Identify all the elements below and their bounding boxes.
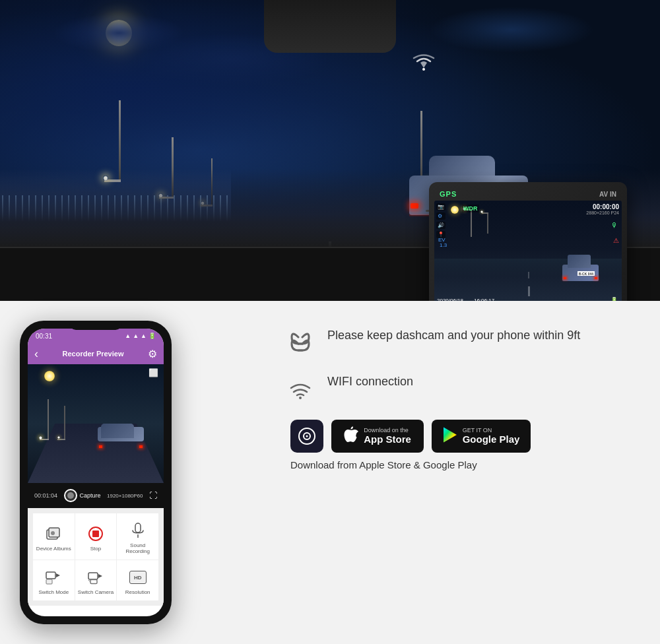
phone-streetlight-1 xyxy=(48,399,49,440)
dashcam-device: GPS AV IN xyxy=(429,182,640,301)
main-container: B-CK 044 xyxy=(0,0,660,644)
phone-capture-bar[interactable]: 00:01:04 Capture 1920×1080P60 ⛶ xyxy=(28,483,164,508)
app-store-text: Download on the App Store xyxy=(364,428,411,445)
info-section: Please keep dashcam and your phone withi… xyxy=(277,301,660,644)
dashcam-resolution: 2880×2160 P24 xyxy=(586,210,619,215)
svg-rect-6 xyxy=(46,572,55,579)
capture-time: 00:01:04 xyxy=(34,492,57,499)
sound-icon xyxy=(129,521,147,540)
gps-label: GPS xyxy=(440,190,457,198)
resolution-icon: HD xyxy=(129,568,147,587)
capture-label: Capture xyxy=(80,492,101,499)
distance-info-item: Please keep dashcam and your phone withi… xyxy=(284,327,640,360)
app-icon xyxy=(290,420,323,453)
google-play-main-text: Google Play xyxy=(463,434,520,445)
phone-time: 00:31 xyxy=(36,333,52,340)
svg-rect-11 xyxy=(90,580,97,584)
expand-icon[interactable]: ⛶ xyxy=(149,491,157,500)
menu-item-switch-mode[interactable]: Switch Mode xyxy=(33,560,75,600)
phone-preview: ⬜ xyxy=(28,364,164,483)
phone-notch xyxy=(69,321,122,330)
albums-label: Device Albums xyxy=(36,546,71,552)
app-store-top-text: Download on the xyxy=(364,428,411,434)
phone-nav-bar: ‹ Recorder Preview ⚙ xyxy=(28,343,164,364)
capture-btn-area[interactable]: Capture xyxy=(64,489,101,502)
dashcam-body: GPS AV IN xyxy=(429,182,627,301)
google-play-btn[interactable]: GET IT ON Google Play xyxy=(432,420,531,453)
phone-preview-icon: ⬜ xyxy=(148,368,158,377)
phone-streetlight-2 xyxy=(64,406,65,440)
stop-label: Stop xyxy=(90,546,101,552)
switch-camera-icon xyxy=(86,568,105,587)
apple-icon xyxy=(344,426,358,447)
sound-label: Sound Recording xyxy=(119,542,156,554)
menu-item-sound[interactable]: Sound Recording xyxy=(117,513,158,560)
phone-preview-lights-right xyxy=(139,445,143,448)
app-store-main-text: App Store xyxy=(364,434,411,445)
menu-item-stop[interactable]: Stop xyxy=(75,513,117,560)
dc-overlay: 📷 ⚙ 🔊 📍 WDR 00:00:00 xyxy=(434,201,622,301)
rearview-mirror xyxy=(264,0,396,53)
switch-mode-label: Switch Mode xyxy=(38,589,69,595)
wifi-info-item: WIFI connection xyxy=(284,373,640,406)
phone-preview-car xyxy=(98,427,144,450)
apple-app-store-btn[interactable]: Download on the App Store xyxy=(331,420,424,453)
menu-item-albums[interactable]: Device Albums xyxy=(33,513,75,560)
resolution-label: Resolution xyxy=(125,589,150,595)
google-play-icon xyxy=(443,427,457,446)
google-play-text: GET IT ON Google Play xyxy=(463,428,520,445)
phone-back-btn[interactable]: ‹ xyxy=(34,347,38,361)
app-stores-area: Download on the App Store xyxy=(284,420,640,484)
dashcam-clock: 16:06:17 xyxy=(474,298,494,301)
phone-preview-lights-left xyxy=(99,445,102,448)
phone-moon xyxy=(44,371,55,381)
svg-point-3 xyxy=(51,531,55,535)
capture-resolution: 1920×1080P60 xyxy=(107,493,143,499)
download-text: Download from Apple Store & Google Play xyxy=(290,459,620,470)
dashcam-time: 00:00:00 xyxy=(586,203,619,210)
capture-icon[interactable] xyxy=(64,489,77,502)
menu-item-resolution[interactable]: HD Resolution xyxy=(117,560,158,600)
phone-container: 00:31 ▲ ▲ ▲ 🔋 ‹ Recorder Preview ⚙ xyxy=(0,301,277,644)
svg-marker-10 xyxy=(98,574,102,578)
dashcam-screen: B-CK 044 📷 ⚙ 🔊 xyxy=(434,201,622,301)
phone-mockup: 00:31 ▲ ▲ ▲ 🔋 ‹ Recorder Preview ⚙ xyxy=(20,321,172,624)
stop-icon xyxy=(86,525,105,543)
wifi-icon-hero xyxy=(412,53,436,77)
phone-menu-grid: Device Albums Stop xyxy=(28,508,164,606)
switch-mode-icon xyxy=(44,568,63,587)
wifi-text: WIFI connection xyxy=(327,373,413,390)
hero-section: B-CK 044 xyxy=(0,0,660,301)
menu-item-switch-camera[interactable]: Switch Camera xyxy=(75,560,117,600)
car-taillight-left xyxy=(411,203,418,209)
albums-icon xyxy=(44,525,63,543)
svg-rect-9 xyxy=(88,573,98,579)
dashcam-top-bar: GPS AV IN xyxy=(434,187,622,201)
phone-screen: 00:31 ▲ ▲ ▲ 🔋 ‹ Recorder Preview ⚙ xyxy=(28,329,164,616)
svg-line-12 xyxy=(88,580,90,581)
phone-status-icons: ▲ ▲ ▲ 🔋 xyxy=(125,333,156,339)
svg-rect-4 xyxy=(135,523,141,532)
bottom-section: 00:31 ▲ ▲ ▲ 🔋 ‹ Recorder Preview ⚙ xyxy=(0,301,660,644)
phone-settings-btn[interactable]: ⚙ xyxy=(148,348,157,360)
distance-text: Please keep dashcam and your phone withi… xyxy=(327,327,580,344)
phone-nav-title: Recorder Preview xyxy=(63,350,124,358)
av-in-label: AV IN xyxy=(599,191,616,198)
svg-point-0 xyxy=(422,68,425,71)
svg-marker-7 xyxy=(56,573,60,577)
dashcam-screen-content: B-CK 044 📷 ⚙ 🔊 xyxy=(434,201,622,301)
wdr-label: WDR xyxy=(462,205,479,212)
svg-point-16 xyxy=(306,435,308,437)
chain-link-icon xyxy=(284,327,317,360)
switch-camera-label: Switch Camera xyxy=(78,589,114,595)
svg-rect-8 xyxy=(46,579,52,584)
wifi-icon xyxy=(284,373,317,406)
phone-status-bar: 00:31 ▲ ▲ ▲ 🔋 xyxy=(28,329,164,343)
svg-point-13 xyxy=(299,397,302,399)
app-store-icon-row: Download on the App Store xyxy=(290,420,620,453)
dashcam-date: 2020/06/18 xyxy=(437,298,463,301)
google-play-top-text: GET IT ON xyxy=(463,428,520,434)
hero-background: B-CK 044 xyxy=(0,0,660,301)
